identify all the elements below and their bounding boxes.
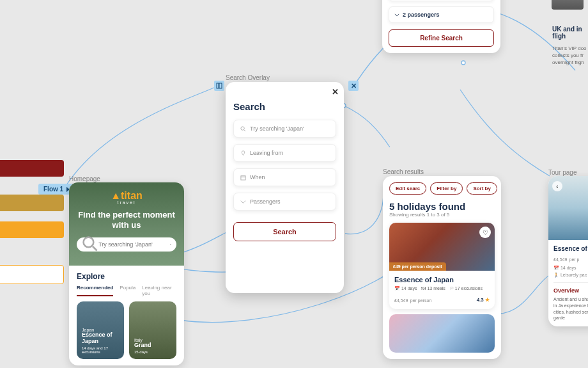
- chevron-down-icon: [394, 13, 399, 17]
- close-icon[interactable]: ✕: [332, 87, 339, 97]
- tab-leaving[interactable]: Leaving near you: [142, 285, 176, 296]
- field-label: When: [250, 174, 265, 180]
- search-overlay-frame[interactable]: ✕ Search Try searching 'Japan' Leaving f…: [226, 82, 344, 293]
- homepage-label: Homepage: [69, 175, 100, 182]
- result-title: Essence of Japan: [394, 276, 490, 284]
- overlay-toolbar: [214, 81, 224, 91]
- chevron-down-icon: [240, 199, 246, 205]
- result-card[interactable]: ♡ £49 per person deposit Essence of Japa…: [389, 223, 495, 309]
- hero-title: Find the perfect moment with us: [69, 210, 184, 231]
- card-italy[interactable]: Italy Grand 15 days: [129, 301, 176, 359]
- logo-sub: travel: [69, 200, 184, 205]
- passenger-count: 2 passengers: [403, 12, 440, 18]
- tr-body: Titan's VIP doo collects you fr overnigh…: [552, 45, 588, 67]
- mic-icon[interactable]: [170, 241, 171, 248]
- results-title: 5 holidays found: [389, 201, 495, 212]
- field-label: Passengers: [250, 198, 281, 205]
- field-destination[interactable]: Try searching 'Japan': [233, 120, 336, 138]
- favorite-icon[interactable]: ♡: [479, 227, 491, 238]
- svg-line-13: [244, 129, 245, 131]
- svg-rect-9: [171, 243, 171, 244]
- tab-popular[interactable]: Popula: [120, 285, 135, 296]
- top-filter-strip: 22/05/2021 until 14/06/2021 2 passengers…: [382, 0, 500, 53]
- card-title: Essence of Japan: [82, 332, 119, 345]
- search-icon: [82, 236, 98, 252]
- svg-rect-14: [241, 175, 245, 179]
- passenger-row[interactable]: 2 passengers: [389, 6, 494, 23]
- results-sub: Showing results 1 to 3 of 5: [389, 212, 495, 218]
- card-meta: 14 days and 17 excursions: [82, 346, 119, 354]
- calendar-icon: [240, 175, 246, 180]
- hero-search[interactable]: [77, 237, 176, 252]
- tour-label: Tour page: [548, 169, 576, 176]
- card-loc: Italy: [134, 338, 171, 342]
- field-label: Try searching 'Japan': [250, 125, 304, 132]
- tr-title: UK and in fligh: [552, 26, 588, 40]
- date-row[interactable]: 22/05/2021 until 14/06/2021: [389, 0, 494, 1]
- meta-exc: ⚐ 17 excursions: [450, 286, 483, 291]
- results-label: Search results: [383, 168, 424, 175]
- search-button[interactable]: Search: [233, 222, 336, 241]
- chip-sort[interactable]: Sort by: [467, 182, 497, 195]
- tour-title: Essence of J: [553, 245, 588, 252]
- overlay-label: Search Overlay: [226, 74, 270, 81]
- explore-tabs: Recommended Popula Leaving near you: [77, 285, 176, 296]
- flow-label: Flow 1: [43, 186, 63, 193]
- svg-rect-11: [219, 83, 222, 88]
- hero: ▲titan travel Find the perfect moment wi…: [69, 182, 184, 266]
- card-japan[interactable]: Japan Essence of Japan 14 days and 17 ex…: [77, 301, 124, 359]
- result-image: ♡ £49 per person deposit: [389, 223, 495, 271]
- meta-days: 📅 14 days: [394, 286, 417, 291]
- car-image: [552, 0, 584, 10]
- svg-point-7: [84, 237, 94, 248]
- svg-rect-10: [217, 83, 219, 88]
- meta-meals: 🍽 13 meals: [421, 286, 445, 291]
- top-right-block: UK and in fligh Titan's VIP doo collects…: [552, 26, 588, 67]
- left-panel: View Holidays View Holidays: [0, 160, 64, 284]
- tour-desc: Ancient and u shoulder in Ja experience …: [553, 296, 588, 321]
- svg-line-8: [93, 246, 97, 251]
- chip-filter[interactable]: Filter by: [430, 182, 463, 195]
- deposit-badge: £49 per person deposit: [389, 262, 446, 271]
- view-holidays-button-1[interactable]: View Holidays: [0, 221, 64, 238]
- field-when[interactable]: When: [233, 168, 336, 186]
- view-holidays-button-2[interactable]: View Holidays: [0, 265, 64, 284]
- tour-image: ‹: [548, 176, 588, 240]
- tour-frame[interactable]: ‹ Essence of J £4,549 per p 📅 14 days 🚶 …: [548, 176, 588, 326]
- svg-point-12: [241, 126, 244, 129]
- search-icon: [240, 126, 246, 132]
- card-meta: 15 days: [134, 350, 171, 354]
- gold-bar: [0, 195, 64, 211]
- field-leaving[interactable]: Leaving from: [233, 144, 336, 162]
- homepage-frame[interactable]: ▲titan travel Find the perfect moment wi…: [69, 182, 184, 365]
- red-bar: [0, 160, 64, 177]
- chip-edit[interactable]: Edit searc: [389, 182, 426, 195]
- tour-price: £4,549 per p: [553, 255, 588, 262]
- results-frame[interactable]: Edit searc Filter by Sort by 5 holidays …: [383, 176, 501, 359]
- explore-section: Explore Recommended Popula Leaving near …: [69, 266, 184, 365]
- result-rating: 4.3 ★: [477, 297, 490, 303]
- svg-point-6: [461, 61, 465, 65]
- close-selected-icon[interactable]: ✕: [348, 81, 359, 91]
- explore-title: Explore: [77, 272, 176, 281]
- card-title: Grand: [134, 342, 171, 349]
- overview-tab[interactable]: Overview: [553, 287, 588, 294]
- back-icon[interactable]: ‹: [552, 181, 562, 191]
- tab-recommended[interactable]: Recommended: [77, 285, 113, 296]
- card-loc: Japan: [82, 328, 119, 332]
- result-price: £4,549 per person: [394, 295, 431, 304]
- tour-meta: 📅 14 days 🚶 Leisurely pac: [553, 265, 588, 283]
- search-input[interactable]: [98, 241, 170, 248]
- result-card-2[interactable]: [389, 314, 495, 353]
- field-label: Leaving from: [250, 150, 283, 156]
- pin-icon: [240, 150, 246, 156]
- overlay-title: Search: [233, 101, 336, 112]
- component-icon[interactable]: [214, 81, 224, 91]
- refine-button[interactable]: Refine Search: [389, 29, 494, 47]
- field-passengers[interactable]: Passengers: [233, 193, 336, 211]
